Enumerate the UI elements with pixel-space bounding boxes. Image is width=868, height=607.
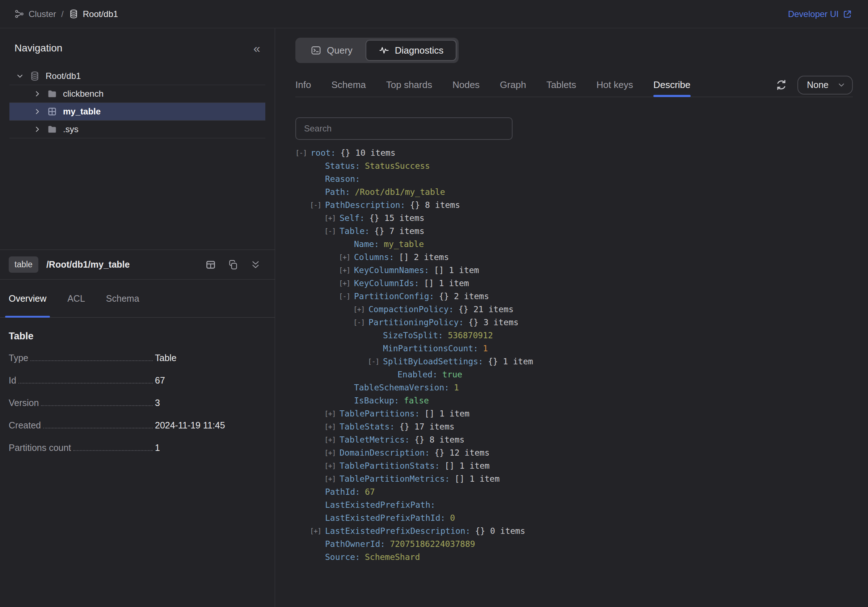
info-row: Partitions count1	[9, 442, 266, 465]
developer-ui-link[interactable]: Developer UI	[788, 9, 852, 19]
expand-node-toggle[interactable]: [+]	[324, 423, 336, 431]
refresh-button[interactable]	[775, 79, 787, 91]
expand-node-toggle[interactable]: [+]	[324, 462, 336, 470]
expand-summary-button[interactable]	[250, 259, 261, 270]
describe-node: TableSchemaVersion:1	[295, 381, 853, 394]
info-label: Partitions count	[9, 442, 71, 453]
expander-slot: [-]	[339, 292, 354, 300]
open-preview-button[interactable]	[205, 259, 216, 270]
folder-icon	[47, 89, 57, 99]
tab-schema[interactable]: Schema	[331, 73, 366, 97]
tab-tablets[interactable]: Tablets	[546, 73, 576, 97]
info-row-left: Created	[9, 420, 153, 431]
json-meta: {} 17 items	[399, 422, 454, 432]
expand-node-toggle[interactable]: [+]	[324, 410, 336, 418]
json-value: SchemeShard	[365, 552, 420, 562]
expand-node-toggle[interactable]: [+]	[339, 266, 350, 274]
tree-item--sys[interactable]: .sys	[9, 121, 265, 138]
json-key: IsBackup:	[354, 396, 399, 405]
breadcrumb-cluster[interactable]: Cluster	[14, 9, 56, 19]
search-input[interactable]	[295, 117, 513, 140]
json-key: MinPartitionsCount:	[383, 344, 478, 353]
describe-node: [-]Table:{} 7 items	[295, 225, 853, 238]
chevron-right-icon[interactable]	[33, 90, 41, 98]
json-value: StatusSuccess	[365, 161, 430, 171]
expand-node-toggle[interactable]: [+]	[310, 527, 321, 535]
json-meta: {} 7 items	[374, 227, 424, 236]
diagnostics-tab-bar: InfoSchemaTop shardsNodesGraphTabletsHot…	[295, 73, 853, 97]
object-summary-panel: table /Root/db1/my_table OverviewACLSche…	[0, 250, 275, 465]
describe-node: Status:StatusSuccess	[295, 159, 853, 172]
autorefresh-select[interactable]: None	[797, 76, 853, 95]
collapse-node-toggle[interactable]: [-]	[324, 227, 336, 235]
expand-node-toggle[interactable]: [+]	[324, 214, 336, 222]
describe-node: PathId:67	[295, 485, 853, 498]
expand-node-toggle[interactable]: [+]	[339, 253, 350, 261]
tab-describe[interactable]: Describe	[653, 73, 691, 97]
query-view-label: Query	[327, 45, 353, 56]
tree-item-my-table[interactable]: my_table	[9, 103, 265, 121]
expander-slot: [+]	[310, 527, 325, 535]
navigation-panel: Navigation « Root/db1clickbenchmy_table.…	[0, 28, 275, 250]
json-meta: {} 2 items	[439, 292, 489, 301]
tab-top-shards[interactable]: Top shards	[386, 73, 432, 97]
chevron-right-icon[interactable]	[33, 125, 41, 133]
describe-node: [+]DomainDescription:{} 12 items	[295, 446, 853, 459]
collapse-node-toggle[interactable]: [-]	[310, 201, 321, 209]
chevron-right-icon[interactable]	[33, 107, 41, 115]
expand-node-toggle[interactable]: [+]	[353, 305, 364, 313]
tab-nodes[interactable]: Nodes	[453, 73, 480, 97]
expander-slot: [-]	[324, 227, 339, 235]
chevron-down-icon[interactable]	[16, 72, 24, 80]
describe-node: LastExistedPrefixPathId:0	[295, 511, 853, 525]
json-key: LastExistedPrefixPathId:	[325, 513, 445, 523]
tree-item-root-db1[interactable]: Root/db1	[9, 67, 265, 85]
expander-slot: [+]	[339, 279, 354, 287]
tree-item-label: Root/db1	[46, 71, 81, 81]
json-meta: {} 8 items	[414, 435, 464, 444]
collapse-node-toggle[interactable]: [-]	[353, 318, 364, 326]
copy-path-button[interactable]	[228, 259, 239, 270]
expander-slot: [+]	[324, 423, 339, 431]
dotted-leader	[73, 450, 153, 451]
collapse-node-toggle[interactable]: [-]	[339, 292, 350, 300]
dotted-leader	[41, 405, 153, 406]
expand-node-toggle[interactable]: [+]	[324, 475, 336, 483]
tab-info[interactable]: Info	[295, 73, 311, 97]
describe-node: [+]CompactionPolicy:{} 21 items	[295, 303, 853, 316]
collapse-node-toggle[interactable]: [-]	[295, 149, 307, 157]
describe-node: [+]TablePartitionMetrics:[] 1 item	[295, 472, 853, 485]
collapse-panel-icon[interactable]: «	[253, 42, 260, 54]
tab-acl[interactable]: ACL	[67, 279, 85, 317]
tree-item-clickbench[interactable]: clickbench	[9, 85, 265, 103]
table-preview-icon	[205, 259, 216, 270]
describe-node: Enabled:true	[295, 368, 853, 381]
expand-node-toggle[interactable]: [+]	[324, 436, 336, 444]
app-header: Cluster / Root/db1 Developer UI	[0, 0, 868, 28]
cluster-icon	[14, 9, 24, 19]
dotted-leader	[30, 360, 153, 361]
describe-node: SizeToSplit:536870912	[295, 329, 853, 342]
describe-node: [+]KeyColumnIds:[] 1 item	[295, 277, 853, 290]
collapse-node-toggle[interactable]: [-]	[368, 357, 379, 365]
info-value: 2024-11-19 11:45	[153, 420, 225, 431]
diagnostics-view-button[interactable]: Diagnostics	[366, 40, 456, 61]
describe-node: [+]TablePartitions:[] 1 item	[295, 407, 853, 420]
tab-schema[interactable]: Schema	[106, 279, 140, 317]
describe-node: [+]Self:{} 15 items	[295, 211, 853, 225]
expand-node-toggle[interactable]: [+]	[339, 279, 350, 287]
query-view-button[interactable]: Query	[298, 40, 366, 61]
tab-overview[interactable]: Overview	[9, 279, 46, 317]
expander-slot: [+]	[339, 266, 354, 274]
tab-graph[interactable]: Graph	[500, 73, 526, 97]
json-meta: {} 15 items	[369, 213, 424, 223]
info-row-left: Partitions count	[9, 442, 153, 453]
expand-node-toggle[interactable]: [+]	[324, 449, 336, 457]
describe-node: [-]PartitioningPolicy:{} 3 items	[295, 316, 853, 329]
developer-ui-label: Developer UI	[788, 9, 839, 19]
tab-hot-keys[interactable]: Hot keys	[597, 73, 633, 97]
json-key: TablePartitionStats:	[339, 461, 440, 470]
breadcrumb-entity[interactable]: Root/db1	[69, 9, 118, 19]
json-key: Path:	[325, 187, 350, 197]
view-switcher: Query Diagnostics	[295, 38, 459, 63]
